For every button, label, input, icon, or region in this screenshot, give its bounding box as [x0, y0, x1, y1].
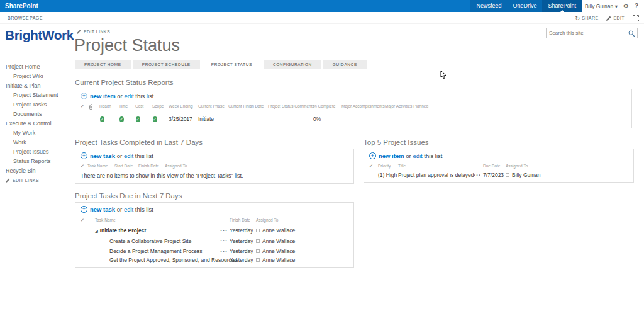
ellipsis-menu-icon[interactable]: ···: [220, 249, 230, 254]
ellipsis-menu-icon[interactable]: ···: [220, 228, 230, 234]
share-button[interactable]: ↻SHARE: [575, 15, 598, 21]
sidebar-item-documents[interactable]: Documents: [6, 110, 74, 119]
sidebar-item-project-wiki[interactable]: Project Wiki: [6, 72, 74, 81]
select-all-icon[interactable]: ✔: [80, 218, 87, 223]
col-start-date[interactable]: Start Date: [114, 164, 138, 169]
task-assigned-to: Anne Wallace: [256, 227, 325, 234]
sidebar-item-work[interactable]: Work: [6, 138, 74, 147]
suite-link-newsfeed[interactable]: Newsfeed: [470, 0, 507, 12]
tab-project-schedule[interactable]: PROJECT SCHEDULE: [133, 60, 200, 69]
help-icon[interactable]: ?: [635, 3, 638, 9]
task-name[interactable]: Create a Collaborative Project Site: [87, 238, 220, 244]
col-percent-complete[interactable]: % Complete: [313, 104, 341, 111]
ribbon-bar: BROWSE PAGE ↻SHARE EDIT: [0, 12, 644, 24]
col-finish-date[interactable]: Finish Date: [138, 164, 165, 169]
edit-links-sidebar[interactable]: EDIT LINKS: [6, 178, 39, 183]
edit-list-link[interactable]: edit: [124, 206, 133, 213]
page-title: Project Status: [74, 36, 180, 55]
new-item-link[interactable]: new item: [90, 93, 116, 99]
suite-link-sharepoint[interactable]: SharePoint: [542, 0, 582, 12]
new-task-link[interactable]: new task: [90, 152, 115, 159]
col-major-activities-planned[interactable]: Major Activities Planned: [385, 104, 448, 111]
edit-list-link[interactable]: edit: [124, 152, 133, 159]
issue-row[interactable]: (1) High Project plan approval is delaye…: [364, 171, 633, 182]
col-assigned-to[interactable]: Assigned To: [506, 164, 581, 169]
status-report-row[interactable]: ✓ ✓ ✓ ✓ 3/25/2017 Initiate 0%: [75, 113, 631, 128]
add-icon[interactable]: +: [80, 152, 87, 159]
ellipsis-menu-icon[interactable]: ···: [220, 238, 230, 244]
ribbon-tab-browse[interactable]: BROWSE: [8, 12, 29, 24]
suite-link-onedrive[interactable]: OneDrive: [507, 0, 542, 12]
suite-links: Newsfeed OneDrive SharePoint: [470, 0, 582, 12]
task-row[interactable]: Create a Collaborative Project Site ··· …: [75, 236, 353, 247]
task-name[interactable]: Initiate the Project: [100, 227, 147, 234]
col-scope[interactable]: Scope: [152, 104, 169, 111]
col-task-name[interactable]: Task Name: [87, 218, 220, 223]
ellipsis-menu-icon[interactable]: ···: [220, 258, 230, 263]
edit-links-top[interactable]: EDIT LINKS: [77, 30, 110, 34]
ellipsis-menu-icon[interactable]: ···: [474, 173, 483, 178]
select-all-icon[interactable]: ✔: [369, 164, 378, 169]
main-content: PROJECT HOME PROJECT SCHEDULE PROJECT ST…: [75, 60, 635, 268]
group-expand-icon[interactable]: ◢: [95, 229, 98, 233]
project-tabs: PROJECT HOME PROJECT SCHEDULE PROJECT ST…: [75, 60, 635, 69]
col-time[interactable]: Time: [119, 104, 135, 111]
col-title[interactable]: Title: [398, 164, 474, 169]
status-reports-toolbar: + new item or edit this list: [75, 89, 631, 102]
sidebar-item-status-reports[interactable]: Status Reports: [6, 157, 74, 166]
edit-list-link[interactable]: edit: [413, 152, 422, 159]
sidebar-item-execute-control[interactable]: Execute & Control: [6, 119, 74, 128]
col-due-date[interactable]: Due Date: [483, 164, 506, 169]
tasks-due-webpart: + new task or edit this list ✔ Task Name…: [75, 202, 354, 268]
col-task-name[interactable]: Task Name: [87, 164, 114, 169]
search-input[interactable]: [549, 29, 627, 37]
brightwork-logo[interactable]: BrightWork: [5, 28, 74, 43]
gear-icon[interactable]: ⚙: [623, 0, 629, 12]
tab-configuration[interactable]: CONFIGURATION: [264, 60, 321, 69]
tab-project-home[interactable]: PROJECT HOME: [75, 60, 131, 69]
sidebar-nav: Project Home Project Wiki Initiate & Pla…: [6, 62, 74, 176]
sidebar-item-recycle-bin[interactable]: Recycle Bin: [6, 166, 74, 176]
tab-guidance[interactable]: GUIDANCE: [323, 60, 367, 69]
issue-assigned-to: Billy Guinan: [506, 172, 581, 178]
col-current-finish-date[interactable]: Current Finish Date: [228, 104, 268, 111]
add-icon[interactable]: +: [80, 93, 87, 99]
issue-title[interactable]: Project plan approval is delayed: [398, 172, 474, 178]
sidebar-item-project-home[interactable]: Project Home: [6, 62, 74, 72]
task-group-row[interactable]: ◢Initiate the Project ··· Yesterday Anne…: [75, 225, 353, 236]
col-assigned-to[interactable]: Assigned To: [256, 218, 325, 223]
new-task-link[interactable]: new task: [90, 206, 115, 213]
edit-list-link[interactable]: edit: [124, 93, 133, 99]
col-major-accomplishments[interactable]: Major Accomplishments: [341, 104, 385, 111]
col-priority[interactable]: Priority: [378, 164, 398, 169]
focus-mode-button[interactable]: [633, 15, 639, 21]
search-icon[interactable]: [628, 30, 635, 37]
select-all-icon[interactable]: ✔: [80, 164, 87, 169]
col-week-ending[interactable]: Week Ending: [169, 104, 198, 111]
sidebar-item-initiate-plan[interactable]: Initiate & Plan: [6, 81, 74, 91]
new-item-link[interactable]: new item: [379, 152, 404, 159]
select-all-icon[interactable]: ✔: [80, 104, 89, 111]
sidebar-item-project-statement[interactable]: Project Statement: [6, 91, 74, 100]
task-name[interactable]: Decide a Project Management Process: [87, 248, 220, 254]
col-current-phase[interactable]: Current Phase: [198, 104, 228, 111]
user-menu[interactable]: Billy Guinan ▾: [585, 3, 618, 9]
col-finish-date[interactable]: Finish Date: [230, 218, 256, 223]
col-project-status-comments[interactable]: Project Status Comments: [268, 104, 313, 111]
add-icon[interactable]: +: [80, 206, 87, 213]
task-name[interactable]: Get the Project Approved, Sponsored, and…: [87, 257, 220, 263]
status-reports-webpart: + new item or edit this list ✔ Health Ti…: [75, 89, 632, 128]
sidebar-item-project-tasks[interactable]: Project Tasks: [6, 100, 74, 110]
task-row[interactable]: Get the Project Approved, Sponsored, and…: [75, 257, 353, 268]
time-ok-icon: ✓: [119, 116, 124, 122]
edit-button[interactable]: EDIT: [606, 16, 625, 21]
tab-project-status[interactable]: PROJECT STATUS: [202, 60, 262, 69]
add-icon[interactable]: +: [369, 152, 376, 159]
sidebar-item-my-work[interactable]: My Work: [6, 128, 74, 138]
sidebar-item-project-issues[interactable]: Project Issues: [6, 147, 74, 157]
task-row[interactable]: Decide a Project Management Process ··· …: [75, 246, 353, 257]
col-assigned-to[interactable]: Assigned To: [165, 164, 215, 169]
col-cost[interactable]: Cost: [135, 104, 152, 111]
ribbon-tab-page[interactable]: PAGE: [30, 12, 43, 24]
col-health[interactable]: Health: [99, 104, 119, 111]
